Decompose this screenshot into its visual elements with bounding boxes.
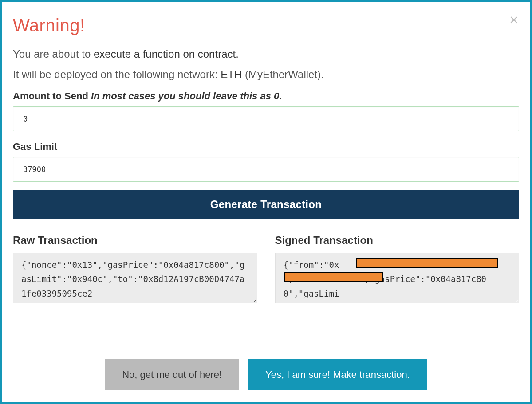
- amount-to-send-group: Amount to Send In most cases you should …: [13, 90, 519, 131]
- close-icon[interactable]: ×: [509, 12, 518, 27]
- raw-transaction-col: Raw Transaction: [13, 234, 257, 305]
- signed-transaction-col: Signed Transaction: [275, 234, 520, 305]
- gas-limit-input[interactable]: [13, 157, 519, 182]
- modal-body: Warning! You are about to execute a func…: [2, 2, 530, 305]
- raw-transaction-label: Raw Transaction: [13, 234, 257, 247]
- amount-to-send-hint: In most cases you should leave this as 0…: [91, 90, 282, 102]
- amount-to-send-label: Amount to Send In most cases you should …: [13, 90, 519, 102]
- network-service: (MyEtherWallet).: [242, 68, 323, 80]
- confirm-button[interactable]: Yes, I am sure! Make transaction.: [248, 359, 427, 390]
- generate-transaction-button[interactable]: Generate Transaction: [13, 190, 519, 219]
- intro-line-2: It will be deployed on the following net…: [13, 68, 519, 81]
- raw-transaction-textarea[interactable]: [13, 253, 257, 303]
- intro-line-1: You are about to execute a function on c…: [13, 48, 519, 60]
- intro-line-1-prefix: You are about to: [13, 48, 94, 60]
- gas-limit-group: Gas Limit: [13, 141, 519, 182]
- amount-to-send-label-text: Amount to Send: [13, 90, 91, 102]
- transaction-output-row: Raw Transaction Signed Transaction: [13, 234, 519, 305]
- signed-transaction-wrap: [275, 253, 520, 305]
- cancel-button[interactable]: No, get me out of here!: [105, 359, 239, 390]
- raw-transaction-wrap: [13, 253, 257, 305]
- amount-to-send-input[interactable]: [13, 106, 519, 131]
- modal-title: Warning!: [13, 16, 519, 35]
- gas-limit-label: Gas Limit: [13, 141, 519, 153]
- signed-transaction-textarea[interactable]: [275, 253, 520, 303]
- intro-line-2-prefix: It will be deployed on the following net…: [13, 68, 221, 80]
- intro-line-1-suffix: .: [236, 48, 239, 60]
- network-name: ETH: [221, 68, 242, 80]
- signed-transaction-label: Signed Transaction: [275, 234, 520, 247]
- modal-dialog: × Warning! You are about to execute a fu…: [0, 0, 532, 404]
- modal-footer: No, get me out of here! Yes, I am sure! …: [2, 349, 530, 402]
- intro-line-1-bold: execute a function on contract: [94, 48, 236, 60]
